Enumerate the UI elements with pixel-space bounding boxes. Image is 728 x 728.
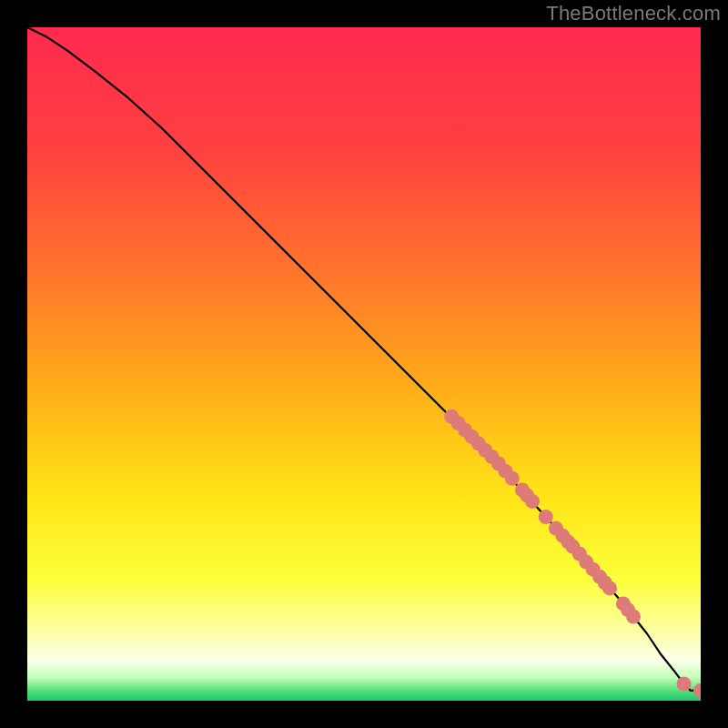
- gradient-background: [27, 27, 701, 701]
- chart-stage: TheBottleneck.com: [0, 0, 728, 728]
- chart-plot-area: [27, 27, 701, 701]
- data-marker: [539, 510, 553, 524]
- watermark-text: TheBottleneck.com: [546, 2, 721, 25]
- data-marker: [602, 581, 617, 595]
- chart-svg: [27, 27, 701, 701]
- data-marker: [525, 494, 540, 509]
- data-marker: [626, 610, 641, 624]
- data-marker: [505, 471, 520, 486]
- data-marker: [677, 677, 692, 692]
